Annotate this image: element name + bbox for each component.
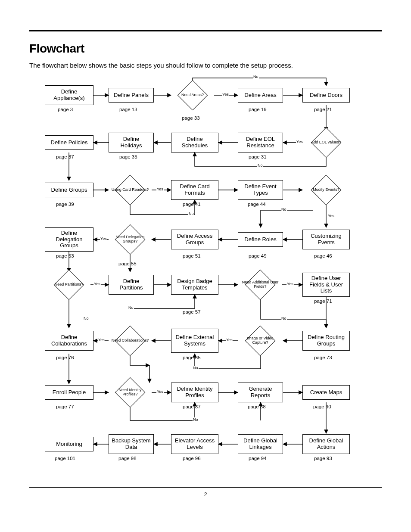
node-define-identity-profiles: Define Identity Profiles	[171, 383, 218, 402]
node-backup-system-data: Backup System Data	[109, 434, 154, 454]
document-page: Flowchart The flowchart below shows the …	[0, 0, 411, 510]
node-define-external-systems: Define External Systems	[171, 329, 218, 353]
pageref: page 65	[183, 355, 201, 360]
decision-need-partitions: Need Partitions?	[47, 273, 90, 296]
node-define-eol-resistance: Define EOL Resistance	[238, 133, 283, 152]
node-define-schedules: Define Schedules	[171, 133, 218, 152]
pageref: page 46	[314, 253, 332, 258]
pageref: page 57	[183, 309, 201, 314]
edge-label: No	[257, 163, 263, 168]
pageref: page 90	[313, 404, 331, 409]
pageref: page 39	[56, 202, 74, 207]
pageref: page 53	[56, 253, 74, 258]
node-define-event-types: Define Event Types	[238, 180, 283, 200]
node-define-access-groups: Define Access Groups	[171, 230, 218, 249]
edge-label: No	[193, 366, 199, 370]
pageref: page 76	[56, 355, 74, 360]
edge-label: Yes	[93, 282, 101, 286]
decision-need-collaborations: Need Collaborations?	[109, 329, 152, 352]
node-enroll-people: Enroll People	[45, 385, 93, 400]
bottom-rule	[29, 487, 382, 488]
node-define-doors: Define Doors	[302, 88, 350, 103]
pageref: page 51	[183, 253, 201, 258]
node-define-policies: Define Policies	[45, 135, 93, 150]
edge-label: Yes	[286, 282, 294, 286]
node-generate-reports: Generate Reports	[238, 383, 283, 402]
pageref: page 73	[314, 355, 332, 360]
pageref: page 101	[55, 456, 75, 461]
pageref: page 55	[118, 261, 137, 266]
node-monitoring: Monitoring	[45, 437, 93, 451]
edge-label: Yes	[296, 140, 303, 144]
decision-need-areas: Need Areas?	[171, 84, 214, 107]
edge-label: No	[193, 417, 199, 422]
node-define-holidays: Define Holidays	[109, 133, 154, 152]
pageref: page 88	[248, 404, 266, 409]
edge-label: No	[83, 316, 89, 320]
pageref: page 87	[183, 404, 201, 409]
decision-card-readers: Using Card Readers?	[109, 178, 152, 202]
decision-add-eol: Add EOL values?	[305, 131, 348, 154]
decision-modify-events: Modify Events?	[305, 178, 348, 202]
edge-label: Yes	[222, 92, 229, 96]
edge-label: Yes	[226, 338, 233, 342]
node-design-badge-templates: Design Badge Templates	[171, 275, 218, 295]
node-define-delegation-groups: Define Delegation Groups	[45, 227, 93, 252]
node-create-maps: Create Maps	[302, 385, 350, 400]
pageref: page 71	[314, 299, 332, 304]
pageref: page 49	[249, 253, 267, 258]
pageref: page 31	[249, 154, 267, 159]
pageref: page 96	[183, 456, 201, 461]
top-rule	[29, 30, 382, 31]
pageref: page 19	[249, 107, 267, 112]
edge-label: No	[281, 316, 287, 320]
node-define-card-formats: Define Card Formats	[171, 180, 218, 200]
node-define-appliances: Define Appliance(s)	[45, 85, 93, 105]
node-define-roles: Define Roles	[238, 232, 283, 247]
edge-label: No	[281, 207, 287, 212]
decision-need-identity: Need Identity Profiles?	[109, 381, 152, 404]
node-define-groups: Define Groups	[45, 183, 93, 197]
node-elevator-access-levels: Elevator Access Levels	[171, 434, 218, 454]
decision-need-user-fields: Need Additional User Fields?	[239, 273, 282, 296]
edge-label: Yes	[156, 187, 164, 191]
edge-label: No	[253, 75, 259, 79]
intro-text: The flowchart below shows the basic step…	[29, 62, 382, 69]
pageref: page 77	[56, 404, 74, 409]
edge-label: Yes	[156, 389, 164, 394]
edge-label: Yes	[98, 338, 105, 342]
edge-label: No	[128, 305, 134, 310]
pageref: page 37	[56, 154, 74, 159]
node-define-global-actions: Define Global Actions	[302, 434, 350, 454]
page-title: Flowchart	[29, 42, 382, 56]
decision-need-delegation: Need Delegation Groups?	[109, 228, 152, 251]
pageref: page 94	[249, 456, 267, 461]
node-define-partitions: Define Partitions	[109, 275, 154, 295]
edge-label: Yes	[100, 236, 107, 241]
node-define-collaborations: Define Collaborations	[45, 331, 93, 351]
pageref: page 3	[58, 107, 73, 112]
node-customizing-events: Customizing Events	[302, 230, 350, 249]
pageref: page 93	[314, 456, 332, 461]
pageref: page 33	[182, 115, 200, 121]
edge-label: Yes	[327, 214, 335, 218]
pageref: page 35	[119, 154, 137, 159]
node-define-routing-groups: Define Routing Groups	[302, 331, 350, 351]
decision-image-video: Image or Video Capture?	[239, 329, 282, 352]
flowchart: Define Appliance(s) Define Panels Need A…	[42, 76, 369, 476]
pageref: page 21	[314, 107, 332, 112]
node-define-panels: Define Panels	[109, 88, 154, 103]
pageref: page 41	[183, 202, 201, 207]
node-define-user-fields: Define User Fields & User Lists	[302, 273, 350, 297]
pageref: page 13	[119, 107, 137, 112]
edge-label: No	[188, 212, 194, 216]
pageref: page 44	[248, 202, 266, 207]
node-define-areas: Define Areas	[238, 88, 283, 103]
page-number: 2	[29, 491, 382, 498]
pageref: page 98	[118, 456, 137, 461]
node-define-global-linkages: Define Global Linkages	[238, 434, 283, 454]
